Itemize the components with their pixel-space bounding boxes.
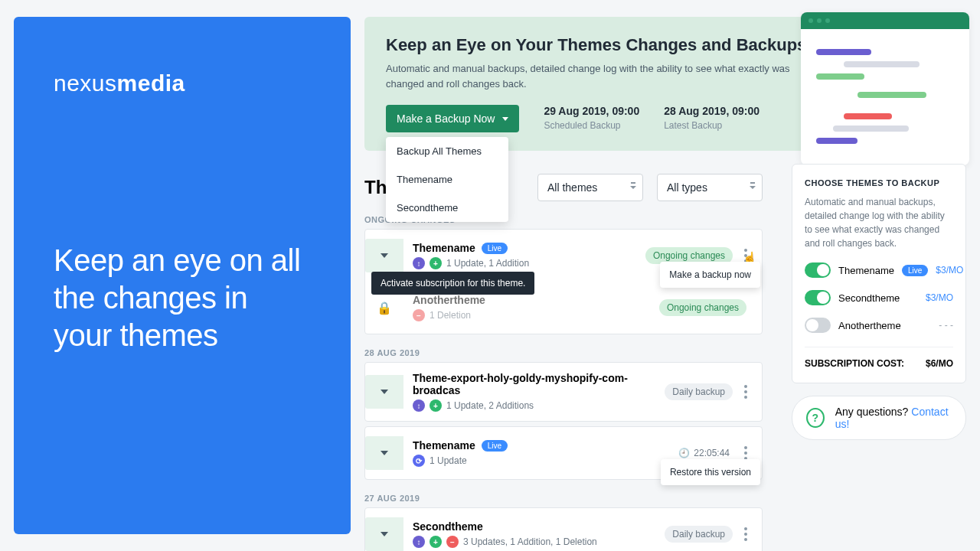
theme-toggle-1[interactable] [805, 262, 831, 278]
theme-name: Secondtheme [838, 292, 900, 304]
deletion-icon: − [413, 309, 425, 321]
row-title: Theme-export-holy-goldy-myshopify-com-br… [413, 372, 665, 396]
hero-title: Keep an eye on all the changes in your t… [54, 242, 311, 354]
date-aug28: 28 AUG 2019 [364, 348, 763, 357]
cost-label: SUBSCRIPTION COST: [805, 358, 904, 369]
contact-text: Any questions? [835, 406, 912, 418]
update-icon: ↕ [413, 257, 425, 269]
date-aug27: 27 AUG 2019 [364, 494, 763, 503]
addition-icon: + [430, 536, 442, 548]
lock-icon: 🔒 [365, 291, 403, 324]
theme-name: Anothertheme [838, 320, 901, 331]
expand-button[interactable] [365, 436, 403, 470]
backup-dropdown: Backup All Themes Themename Secondtheme [386, 137, 508, 222]
scheduled-date: 29 Aug 2019, 09:00 [544, 105, 639, 117]
dropdown-item-2[interactable]: Secondtheme [386, 194, 508, 222]
types-filter[interactable]: All types [657, 174, 763, 201]
themes-sidebar: CHOOSE THEMES TO BACKUP Automatic and ma… [792, 164, 966, 383]
theme-name: Themename [838, 265, 894, 276]
cost-value: $6/MO [926, 358, 953, 369]
row-title: Anothertheme [413, 294, 485, 306]
themes-filter[interactable]: All themes [537, 174, 643, 201]
chevron-down-icon [381, 253, 388, 258]
subscription-tooltip: Activate subscription for this theme. [371, 272, 534, 295]
row-menu-popup[interactable]: Restore this version [661, 459, 760, 485]
status-pill: Ongoing changes [659, 299, 746, 316]
deletion-icon: − [446, 536, 459, 548]
banner-subtitle: Automatic and manual backups, detailed c… [386, 61, 799, 91]
expand-button[interactable] [365, 375, 403, 409]
question-icon: ? [806, 408, 825, 428]
status-pill: Daily backup [665, 526, 733, 543]
live-badge: Live [482, 440, 508, 452]
scheduled-label: Scheduled Backup [544, 120, 639, 131]
row-menu-button[interactable] [739, 382, 753, 402]
row-title: Themename [413, 439, 475, 452]
sidebar-text: Automatic and manual backups, detailed c… [805, 195, 953, 250]
addition-icon: + [430, 257, 442, 269]
caret-down-icon [502, 117, 508, 121]
expand-button[interactable] [365, 517, 403, 551]
latest-date: 28 Aug 2019, 09:00 [664, 105, 760, 117]
live-badge: Live [482, 243, 508, 254]
row-title: Secondtheme [413, 520, 483, 533]
cycle-icon: ⟳ [413, 455, 425, 467]
latest-label: Latest Backup [664, 120, 760, 131]
theme-toggle-3[interactable] [805, 318, 831, 333]
make-backup-button[interactable]: Make a Backup Now Backup All Themes Them… [386, 105, 519, 132]
addition-icon: + [430, 399, 442, 412]
theme-price: - - - [939, 320, 953, 331]
chevron-down-icon [381, 390, 388, 394]
live-badge: Live [902, 265, 928, 276]
hero-banner: nexusmedia Keep an eye on all the change… [14, 17, 351, 534]
make-backup-label: Make a Backup Now [397, 112, 495, 125]
contact-card: ? Any questions? Contact us! [792, 396, 966, 440]
row-title: Themename [413, 242, 475, 254]
chevron-down-icon [381, 451, 388, 455]
window-mock-illustration [801, 12, 969, 165]
expand-button[interactable] [365, 239, 403, 272]
backup-time: 🕘22:05:44 [678, 448, 730, 458]
theme-toggle-2[interactable] [805, 290, 831, 305]
theme-price: $3/MO [936, 265, 963, 276]
theme-price: $3/MO [926, 292, 953, 303]
status-pill: Daily backup [665, 383, 733, 400]
sidebar-title: CHOOSE THEMES TO BACKUP [805, 178, 953, 187]
dropdown-item-1[interactable]: Themename [386, 165, 508, 194]
dropdown-item-all[interactable]: Backup All Themes [386, 137, 508, 165]
banner: Keep an Eye on Your Themes Changes and B… [364, 17, 966, 151]
chevron-down-icon [381, 532, 388, 536]
row-menu-popup[interactable]: Make a backup now [660, 262, 760, 288]
row-menu-button[interactable] [739, 524, 753, 544]
update-icon: ↕ [413, 536, 425, 548]
update-icon: ↕ [413, 399, 425, 412]
brand-logo: nexusmedia [54, 70, 311, 96]
clock-icon: 🕘 [678, 448, 690, 458]
